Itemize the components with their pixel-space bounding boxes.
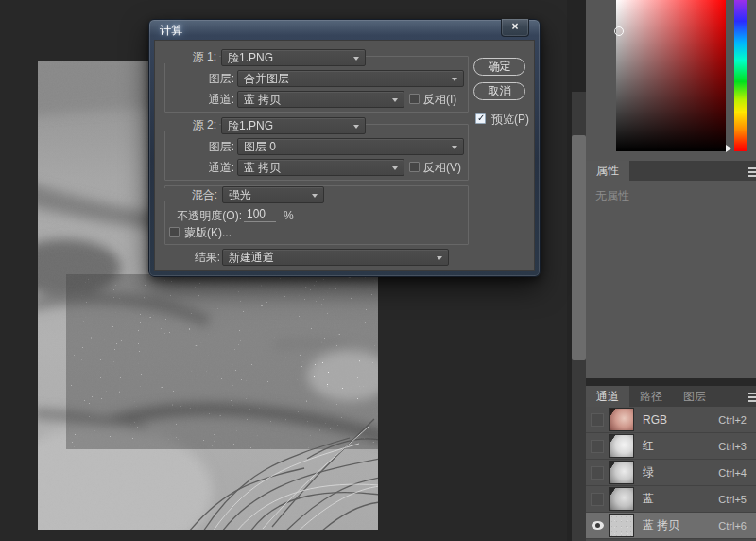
- dialog-title: 计算: [154, 20, 535, 39]
- channel-thumbnail: [609, 461, 634, 484]
- right-panel-dock: 属性 无属性 通道路径图层 RGB Ctrl+2 红 Ctrl+3 绿 Ctrl…: [586, 0, 756, 541]
- chevron-down-icon: [312, 194, 318, 198]
- source2-label: 源 2:: [161, 118, 219, 131]
- channel-name: 蓝: [643, 491, 718, 507]
- visibility-toggle[interactable]: [586, 493, 609, 506]
- channels-tab-bar: 通道路径图层: [586, 386, 756, 407]
- source2-channel-select[interactable]: 蓝 拷贝: [237, 159, 404, 176]
- chevron-down-icon: [353, 57, 359, 61]
- channels-panel: 通道路径图层 RGB Ctrl+2 红 Ctrl+3 绿 Ctrl+4 蓝 Ct…: [586, 386, 756, 541]
- source2-value: 脸1.PNG: [228, 119, 273, 132]
- channel-list: RGB Ctrl+2 红 Ctrl+3 绿 Ctrl+4 蓝 Ctrl+5 蓝 …: [586, 407, 756, 539]
- panel-menu-icon[interactable]: [748, 167, 756, 179]
- channel-row[interactable]: 绿 Ctrl+4: [586, 460, 756, 486]
- dialog-titlebar[interactable]: 计算 ×: [154, 20, 535, 40]
- scrollbar-thumb[interactable]: [572, 135, 586, 360]
- source2-select[interactable]: 脸1.PNG: [221, 117, 366, 134]
- result-label: 结果:: [163, 251, 220, 264]
- calculations-dialog: 计算 × 源 1: 脸1.PNG 图层: 合并图层 通道: 蓝 拷贝 反相(I)…: [148, 19, 541, 277]
- channel-row[interactable]: 蓝 Ctrl+5: [586, 486, 756, 513]
- channel-shortcut: Ctrl+3: [718, 441, 756, 452]
- visibility-toggle[interactable]: [586, 413, 609, 427]
- channel-row[interactable]: RGB Ctrl+2: [586, 407, 756, 433]
- opacity-unit: %: [284, 209, 294, 222]
- close-icon[interactable]: ×: [501, 19, 529, 37]
- source2-layer-value: 图层 0: [244, 140, 276, 153]
- source2-channel-value: 蓝 拷贝: [244, 161, 281, 174]
- blend-label: 混合:: [163, 188, 220, 201]
- channel-name: 蓝 拷贝: [643, 517, 718, 533]
- source1-channel-value: 蓝 拷贝: [244, 93, 281, 106]
- visibility-toggle[interactable]: [586, 440, 609, 453]
- channel-thumbnail: [609, 408, 634, 431]
- channel-thumbnail: [609, 514, 634, 537]
- invert2-label: 反相(V): [423, 161, 461, 174]
- eye-icon: [592, 521, 604, 530]
- hue-pointer-icon[interactable]: [726, 145, 731, 152]
- chevron-down-icon: [452, 146, 457, 149]
- chevron-down-icon: [392, 166, 398, 170]
- channel-name: 红: [643, 438, 718, 454]
- properties-panel: 属性 无属性: [586, 161, 756, 378]
- panel-menu-icon[interactable]: [748, 393, 756, 404]
- source2-channel-label: 通道:: [174, 161, 234, 174]
- saturation-brightness-field[interactable]: [616, 0, 726, 151]
- source1-layer-value: 合并图层: [244, 72, 289, 85]
- properties-tab-bar: 属性: [586, 161, 756, 181]
- mask-checkbox[interactable]: [169, 227, 180, 237]
- channel-row[interactable]: 红 Ctrl+3: [586, 433, 756, 460]
- opacity-label: 不透明度(O):: [161, 209, 242, 222]
- canvas-scrollbar-gutter: [567, 0, 586, 541]
- ok-button[interactable]: 确定: [473, 58, 525, 76]
- result-select[interactable]: 新建通道: [222, 249, 449, 266]
- channel-name: 绿: [643, 464, 718, 480]
- channel-shortcut: Ctrl+2: [718, 414, 756, 426]
- tab-properties[interactable]: 属性: [586, 161, 629, 181]
- channels-tab-2[interactable]: 图层: [673, 386, 716, 407]
- properties-empty-text: 无属性: [586, 181, 756, 378]
- source1-value: 脸1.PNG: [228, 51, 273, 64]
- mask-label: 蒙版(K)...: [184, 226, 232, 239]
- result-value: 新建通道: [229, 251, 274, 264]
- blend-select[interactable]: 强光: [222, 186, 324, 203]
- visibility-toggle[interactable]: [586, 521, 609, 530]
- color-picker-ring-icon[interactable]: [614, 26, 624, 36]
- chevron-down-icon: [353, 125, 359, 129]
- dialog-body: 源 1: 脸1.PNG 图层: 合并图层 通道: 蓝 拷贝 反相(I) 源 2:…: [154, 40, 535, 271]
- visibility-toggle[interactable]: [586, 466, 609, 480]
- chevron-down-icon: [392, 98, 398, 102]
- color-picker-panel: [586, 0, 756, 161]
- opacity-input[interactable]: 100: [244, 207, 276, 222]
- channels-tab-1[interactable]: 路径: [629, 386, 673, 407]
- channel-name: RGB: [643, 413, 718, 427]
- chevron-down-icon: [437, 256, 442, 260]
- source1-label: 源 1:: [161, 50, 219, 63]
- invert2-checkbox[interactable]: [409, 162, 420, 172]
- source1-layer-select[interactable]: 合并图层: [237, 70, 464, 87]
- channel-thumbnail: [609, 487, 634, 511]
- source1-select[interactable]: 脸1.PNG: [221, 49, 366, 66]
- source2-layer-label: 图层:: [174, 140, 234, 153]
- chevron-down-icon: [452, 78, 457, 81]
- source1-channel-select[interactable]: 蓝 拷贝: [237, 91, 404, 108]
- channel-shortcut: Ctrl+5: [718, 494, 756, 505]
- channel-thumbnail: [609, 434, 634, 458]
- source2-layer-select[interactable]: 图层 0: [237, 138, 464, 155]
- hue-slider[interactable]: [734, 0, 747, 151]
- channel-shortcut: Ctrl+6: [718, 520, 756, 532]
- invert1-label: 反相(I): [423, 93, 456, 106]
- channel-shortcut: Ctrl+4: [718, 467, 756, 479]
- preview-label: 预览(P): [491, 113, 529, 126]
- invert1-checkbox[interactable]: [409, 94, 420, 104]
- channels-tab-0[interactable]: 通道: [586, 386, 629, 407]
- source1-channel-label: 通道:: [174, 93, 234, 106]
- channel-row[interactable]: 蓝 拷贝 Ctrl+6: [586, 513, 756, 539]
- source1-layer-label: 图层:: [174, 72, 234, 85]
- cancel-button[interactable]: 取消: [473, 82, 525, 100]
- blend-value: 强光: [229, 188, 251, 201]
- preview-checkbox[interactable]: [475, 113, 486, 124]
